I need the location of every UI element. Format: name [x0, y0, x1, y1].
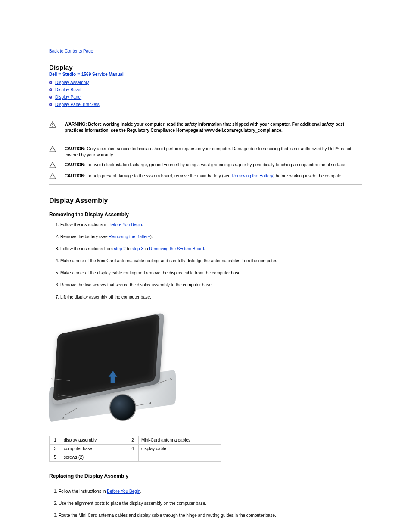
bullet-icon [49, 88, 52, 91]
svg-rect-2 [52, 126, 53, 127]
manual-subtitle: Dell™ Studio™ 1569 Service Manual [49, 72, 362, 77]
nav-link-display-panel-brackets[interactable]: Display Panel Brackets [55, 102, 100, 107]
step-b1: Follow the instructions in Before You Be… [59, 488, 362, 495]
nav-link-display-bezel[interactable]: Display Bezel [55, 87, 81, 92]
step-4: Make a note of the Mini-Card antenna cab… [60, 258, 362, 264]
removing-battery-link[interactable]: Removing the Battery [109, 234, 150, 239]
table-row: 1display assembly 2Mini-Card antenna cab… [50, 436, 221, 445]
before-you-begin-link[interactable]: Before You Begin [109, 222, 142, 227]
caution-triangle-icon [49, 146, 56, 153]
caution-label: CAUTION: [65, 162, 86, 167]
removing-battery-link[interactable]: Removing the Battery [232, 174, 273, 178]
back-to-contents-link[interactable]: Back to Contents Page [49, 49, 93, 53]
step-b3: Route the Mini-Card antenna cables and d… [59, 513, 362, 519]
warning-body: Before working inside your computer, rea… [65, 122, 344, 133]
callout-table: 1display assembly 2Mini-Card antenna cab… [49, 436, 221, 462]
subsection-removing: Removing the Display Assembly [49, 212, 362, 218]
warning-triangle-icon [49, 121, 56, 128]
page-title: Display [49, 64, 362, 71]
display-assembly-diagram: 1 2 3 4 5 [49, 314, 176, 430]
warning-label: WARNING: [65, 122, 87, 127]
nav-link-display-panel[interactable]: Display Panel [55, 95, 81, 100]
svg-marker-5 [50, 174, 56, 179]
table-row: 5screws (2) [50, 453, 221, 462]
svg-rect-1 [52, 124, 53, 125]
replacing-steps: Follow the instructions in Before You Be… [49, 488, 362, 519]
caution-body: To avoid electrostatic discharge, ground… [87, 162, 347, 167]
caution-triangle-icon [49, 173, 56, 180]
removing-steps: Follow the instructions in Before You Be… [49, 222, 362, 300]
step-3-link[interactable]: step 3 [132, 246, 143, 251]
step-2-link[interactable]: step 2 [114, 246, 126, 251]
section-nav-list: Display Assembly Display Bezel Display P… [49, 79, 362, 108]
subsection-replacing: Replacing the Display Assembly [49, 473, 362, 479]
step-b2: Use the alignment posts to place the dis… [59, 501, 362, 507]
step-5: Make a note of the display cable routing… [60, 270, 362, 276]
svg-marker-6 [109, 371, 117, 383]
section-display-assembly: Display Assembly [49, 197, 362, 205]
table-row: 3computer base 4display cable [50, 445, 221, 453]
nav-link-display-assembly[interactable]: Display Assembly [55, 80, 89, 85]
callout-num-5: 5 [170, 377, 172, 381]
bullet-icon [49, 103, 52, 106]
bullet-icon [49, 96, 52, 99]
caution-1: CAUTION: Only a certified service techni… [49, 146, 362, 158]
svg-marker-4 [50, 162, 56, 168]
caution-body: Only a certified service technician shou… [65, 146, 351, 157]
caution-label: CAUTION: [65, 174, 86, 178]
caution-3: CAUTION: To help prevent damage to the s… [49, 173, 362, 180]
caution-triangle-icon [49, 162, 56, 169]
lift-arrow-icon [108, 370, 118, 387]
callout-num-3: 3 [62, 416, 64, 420]
step-3: Follow the instructions from step 2 to s… [60, 246, 362, 252]
removing-system-board-link[interactable]: Removing the System Board [149, 246, 204, 251]
bullet-icon [49, 81, 52, 84]
caution-label: CAUTION: [65, 146, 86, 151]
caution-2: CAUTION: To avoid electrostatic discharg… [49, 162, 362, 169]
step-6: Remove the two screws that secure the di… [60, 282, 362, 288]
before-you-begin-link[interactable]: Before You Begin [107, 489, 140, 494]
step-7: Lift the display assembly off the comput… [60, 294, 362, 300]
callout-num-2: 2 [58, 393, 60, 398]
section-rule [49, 184, 362, 185]
step-2: Remove the battery (see Removing the Bat… [60, 234, 362, 240]
svg-marker-3 [50, 146, 56, 152]
step-1: Follow the instructions in Before You Be… [60, 222, 362, 228]
callout-num-1: 1 [51, 377, 53, 381]
caution-body-before: To help prevent damage to the system boa… [87, 174, 232, 178]
warning-block: WARNING: Before working inside your comp… [49, 121, 362, 133]
inset-detail-circle [109, 394, 136, 421]
callout-num-4: 4 [149, 401, 151, 405]
caution-body-after: ) before working inside the computer. [273, 174, 344, 178]
